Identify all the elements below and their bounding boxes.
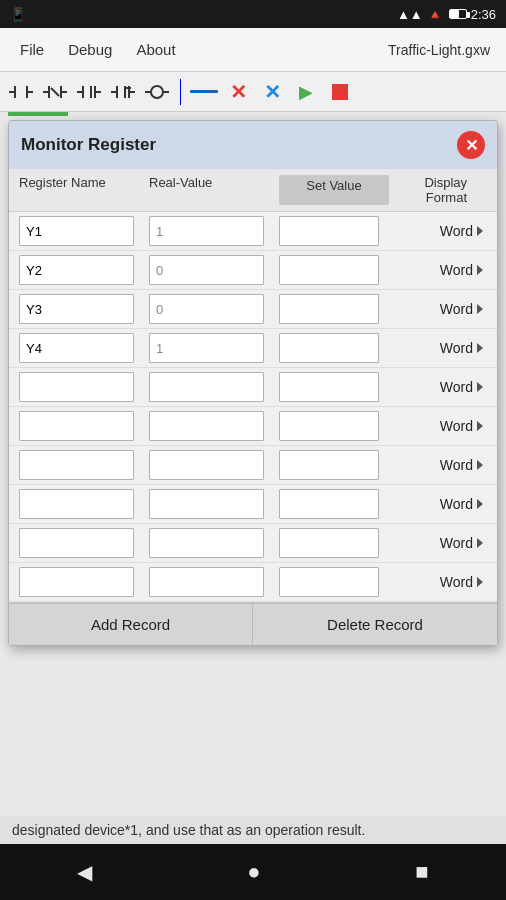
svg-line-8 bbox=[51, 88, 59, 96]
real-value-input-8[interactable] bbox=[149, 528, 264, 558]
set-value-input-4[interactable] bbox=[279, 372, 379, 402]
table-row: Word bbox=[9, 251, 497, 290]
delete-record-btn[interactable]: Delete Record bbox=[253, 603, 497, 645]
format-label-4: Word bbox=[440, 379, 473, 395]
real-value-input-6[interactable] bbox=[149, 450, 264, 480]
time: 2:36 bbox=[471, 7, 496, 22]
home-btn[interactable]: ● bbox=[247, 859, 260, 885]
register-name-input-7[interactable] bbox=[19, 489, 134, 519]
set-value-input-3[interactable] bbox=[279, 333, 379, 363]
monitor-register-dialog: Monitor Register ✕ Register Name Real-Va… bbox=[8, 120, 498, 646]
format-cell-2[interactable]: Word bbox=[389, 301, 487, 317]
format-label-7: Word bbox=[440, 496, 473, 512]
table-row: Word bbox=[9, 290, 497, 329]
dialog-footer: Add Record Delete Record bbox=[9, 602, 497, 645]
set-value-input-5[interactable] bbox=[279, 411, 379, 441]
dialog-header: Monitor Register ✕ bbox=[9, 121, 497, 169]
table-row: Word bbox=[9, 563, 497, 602]
set-value-input-9[interactable] bbox=[279, 567, 379, 597]
register-name-input-5[interactable] bbox=[19, 411, 134, 441]
contact-pe-btn[interactable] bbox=[74, 77, 104, 107]
format-arrow-8 bbox=[477, 538, 483, 548]
format-cell-1[interactable]: Word bbox=[389, 262, 487, 278]
table-row: Word bbox=[9, 368, 497, 407]
contact-no-btn[interactable] bbox=[6, 77, 36, 107]
play-btn[interactable]: ▶ bbox=[291, 77, 321, 107]
stop-btn[interactable] bbox=[325, 77, 355, 107]
format-cell-8[interactable]: Word bbox=[389, 535, 487, 551]
format-arrow-3 bbox=[477, 343, 483, 353]
col-register-name: Register Name bbox=[19, 175, 149, 205]
contact-nc-btn[interactable] bbox=[40, 77, 70, 107]
format-cell-9[interactable]: Word bbox=[389, 574, 487, 590]
format-cell-6[interactable]: Word bbox=[389, 457, 487, 473]
recent-btn[interactable]: ■ bbox=[415, 859, 428, 885]
format-label-2: Word bbox=[440, 301, 473, 317]
set-value-input-0[interactable] bbox=[279, 216, 379, 246]
table-row: Word bbox=[9, 329, 497, 368]
delete-red-btn[interactable]: ✕ bbox=[223, 77, 253, 107]
format-arrow-7 bbox=[477, 499, 483, 509]
app-container: File Debug About Traffic-Light.gxw bbox=[0, 28, 506, 844]
table-row: Word bbox=[9, 524, 497, 563]
add-record-btn[interactable]: Add Record bbox=[9, 603, 253, 645]
real-value-input-7[interactable] bbox=[149, 489, 264, 519]
register-name-input-1[interactable] bbox=[19, 255, 134, 285]
menu-about[interactable]: About bbox=[124, 35, 187, 64]
format-arrow-1 bbox=[477, 265, 483, 275]
register-name-input-2[interactable] bbox=[19, 294, 134, 324]
real-value-input-5[interactable] bbox=[149, 411, 264, 441]
close-dialog-btn[interactable]: ✕ bbox=[457, 131, 485, 159]
set-value-input-6[interactable] bbox=[279, 450, 379, 480]
content-area: Monitor Register ✕ Register Name Real-Va… bbox=[0, 112, 506, 844]
format-label-5: Word bbox=[440, 418, 473, 434]
table-header: Register Name Real-Value Set Value Displ… bbox=[9, 169, 497, 212]
real-value-input-9[interactable] bbox=[149, 567, 264, 597]
col-set-value: Set Value bbox=[279, 175, 389, 205]
format-cell-7[interactable]: Word bbox=[389, 496, 487, 512]
real-value-input-1[interactable] bbox=[149, 255, 264, 285]
bg-text: designated device*1, and use that as an … bbox=[0, 816, 506, 844]
format-label-8: Word bbox=[440, 535, 473, 551]
format-arrow-0 bbox=[477, 226, 483, 236]
set-value-input-1[interactable] bbox=[279, 255, 379, 285]
real-value-input-2[interactable] bbox=[149, 294, 264, 324]
register-name-input-8[interactable] bbox=[19, 528, 134, 558]
table-row: Word bbox=[9, 212, 497, 251]
format-label-6: Word bbox=[440, 457, 473, 473]
back-btn[interactable]: ◀ bbox=[77, 860, 92, 884]
contact-ne-btn[interactable] bbox=[108, 77, 138, 107]
menu-bar: File Debug About Traffic-Light.gxw bbox=[0, 28, 506, 72]
real-value-input-3[interactable] bbox=[149, 333, 264, 363]
real-value-input-4[interactable] bbox=[149, 372, 264, 402]
register-name-input-4[interactable] bbox=[19, 372, 134, 402]
table-row: Word bbox=[9, 407, 497, 446]
format-arrow-6 bbox=[477, 460, 483, 470]
format-arrow-4 bbox=[477, 382, 483, 392]
line-btn[interactable] bbox=[189, 77, 219, 107]
register-name-input-9[interactable] bbox=[19, 567, 134, 597]
toolbar: ✕ ✕ ▶ bbox=[0, 72, 506, 112]
register-name-input-6[interactable] bbox=[19, 450, 134, 480]
bg-text-content: designated device*1, and use that as an … bbox=[12, 822, 365, 838]
format-cell-5[interactable]: Word bbox=[389, 418, 487, 434]
dialog-title: Monitor Register bbox=[21, 135, 156, 155]
delete-blue-btn[interactable]: ✕ bbox=[257, 77, 287, 107]
set-value-input-8[interactable] bbox=[279, 528, 379, 558]
format-cell-4[interactable]: Word bbox=[389, 379, 487, 395]
coil-btn[interactable] bbox=[142, 77, 172, 107]
register-name-input-0[interactable] bbox=[19, 216, 134, 246]
format-cell-3[interactable]: Word bbox=[389, 340, 487, 356]
table-body: Word Word Word Word bbox=[9, 212, 497, 602]
register-name-input-3[interactable] bbox=[19, 333, 134, 363]
real-value-input-0[interactable] bbox=[149, 216, 264, 246]
format-arrow-2 bbox=[477, 304, 483, 314]
set-value-input-7[interactable] bbox=[279, 489, 379, 519]
bottom-nav: ◀ ● ■ bbox=[0, 844, 506, 900]
menu-debug[interactable]: Debug bbox=[56, 35, 124, 64]
set-value-input-2[interactable] bbox=[279, 294, 379, 324]
col-display-format: Display Format bbox=[389, 175, 487, 205]
format-cell-0[interactable]: Word bbox=[389, 223, 487, 239]
menu-file[interactable]: File bbox=[8, 35, 56, 64]
status-right: ▲▲ 🔺 2:36 bbox=[397, 7, 496, 22]
